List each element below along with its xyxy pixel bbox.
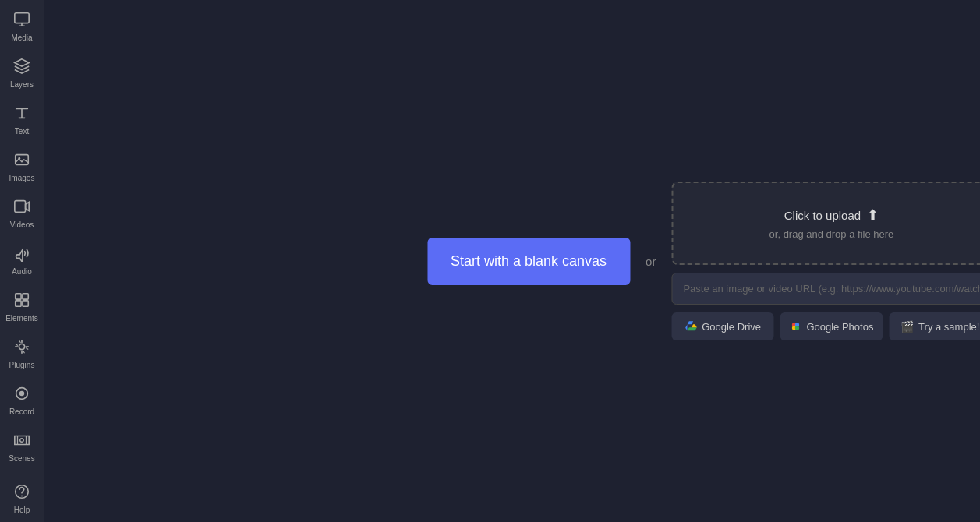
- svg-rect-0: [15, 13, 29, 23]
- sidebar-item-label-scenes: Scenes: [9, 454, 34, 463]
- scenes-icon: [13, 432, 30, 451]
- svg-point-8: [19, 344, 24, 349]
- plugins-icon: [13, 338, 30, 358]
- svg-rect-6: [16, 301, 21, 306]
- sidebar-item-label-help: Help: [14, 506, 30, 514]
- elements-icon: [13, 291, 30, 311]
- audio-icon: [13, 245, 30, 264]
- sidebar-item-audio[interactable]: Audio: [0, 237, 44, 284]
- main-area: Start with a blank canvas or Click to up…: [44, 0, 980, 522]
- sidebar-item-label-media: Media: [11, 34, 32, 42]
- try-sample-label: Try a sample!: [918, 321, 979, 333]
- upload-title: Click to upload ⬆: [696, 206, 966, 224]
- sidebar-item-videos[interactable]: Videos: [0, 190, 44, 237]
- sidebar-item-label-text: Text: [15, 127, 29, 136]
- upload-arrow-icon: ⬆: [867, 206, 879, 224]
- google-drive-icon: [685, 320, 697, 333]
- svg-point-11: [20, 439, 24, 443]
- content-wrapper: Start with a blank canvas or Click to up…: [427, 182, 980, 340]
- sidebar-item-label-layers: Layers: [10, 80, 34, 89]
- upload-section: Click to upload ⬆ or, drag and drop a fi…: [671, 182, 980, 340]
- svg-rect-4: [16, 294, 21, 299]
- svg-rect-1: [16, 155, 29, 165]
- svg-point-17: [795, 326, 799, 330]
- google-drive-button[interactable]: Google Drive: [671, 312, 773, 340]
- try-sample-button[interactable]: 🎬 Try a sample!: [889, 312, 980, 340]
- sidebar-item-elements[interactable]: Elements: [0, 284, 44, 330]
- sidebar-item-media[interactable]: Media: [0, 3, 44, 50]
- media-icon: [13, 11, 30, 30]
- sidebar-item-label-audio: Audio: [12, 267, 32, 276]
- record-icon: [13, 385, 30, 404]
- sidebar: Media Layers Text Images: [0, 0, 44, 522]
- sidebar-item-plugins[interactable]: Plugins: [0, 330, 44, 377]
- svg-rect-5: [23, 294, 28, 299]
- blank-canvas-button[interactable]: Start with a blank canvas: [427, 238, 630, 285]
- sidebar-item-label-elements: Elements: [5, 314, 38, 323]
- sidebar-item-label-plugins: Plugins: [9, 361, 35, 369]
- google-photos-button[interactable]: Google Photos: [780, 312, 883, 340]
- try-sample-icon: 🎬: [900, 320, 914, 333]
- svg-rect-3: [15, 201, 26, 213]
- upload-drag-label: or, drag and drop a file here: [696, 228, 966, 240]
- svg-point-10: [19, 391, 24, 396]
- sidebar-item-label-videos: Videos: [10, 220, 34, 229]
- upload-click-label: Click to upload: [784, 209, 861, 222]
- help-icon: [13, 483, 30, 503]
- sidebar-item-images[interactable]: Images: [0, 143, 44, 190]
- layers-icon: [13, 58, 30, 77]
- text-icon: [13, 104, 30, 124]
- sidebar-item-help[interactable]: Help: [0, 475, 44, 522]
- google-photos-label: Google Photos: [806, 321, 873, 333]
- url-input[interactable]: [671, 273, 980, 305]
- svg-point-13: [21, 496, 23, 497]
- sidebar-item-label-images: Images: [9, 174, 35, 182]
- svg-rect-7: [23, 301, 28, 306]
- sidebar-item-scenes[interactable]: Scenes: [0, 424, 44, 471]
- google-photos-icon: [789, 320, 801, 333]
- service-buttons: Google Drive Google Photos 🎬 Try a sampl…: [671, 312, 980, 340]
- sidebar-item-label-record: Record: [9, 407, 34, 416]
- videos-icon: [13, 198, 30, 217]
- images-icon: [13, 151, 30, 171]
- or-label: or: [646, 255, 656, 268]
- sidebar-item-layers[interactable]: Layers: [0, 50, 44, 97]
- upload-dropzone[interactable]: Click to upload ⬆ or, drag and drop a fi…: [671, 182, 980, 265]
- sidebar-item-text[interactable]: Text: [0, 97, 44, 143]
- google-drive-label: Google Drive: [702, 321, 761, 333]
- sidebar-item-record[interactable]: Record: [0, 377, 44, 424]
